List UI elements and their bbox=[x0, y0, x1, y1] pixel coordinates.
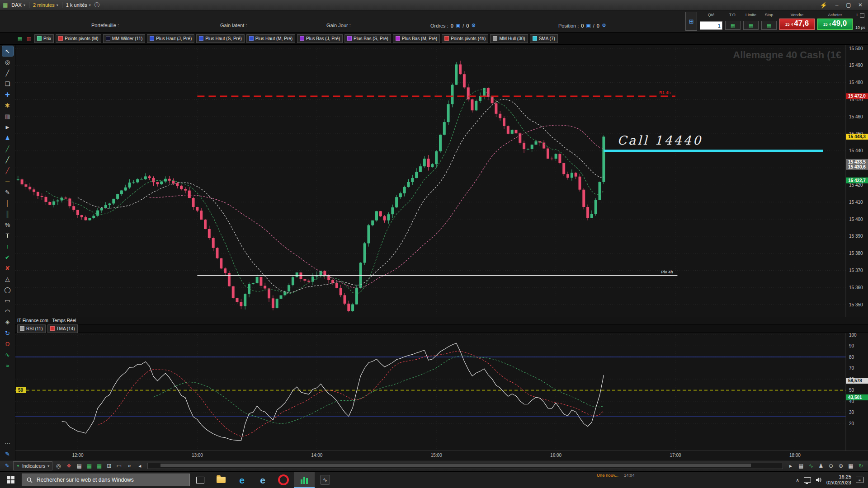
volume-icon[interactable] bbox=[816, 477, 822, 483]
legend-item[interactable]: Plus Haut (M, Pré) bbox=[246, 34, 295, 43]
rect-tool[interactable]: ▭ bbox=[2, 296, 13, 305]
taskbar-app-opera[interactable] bbox=[273, 472, 294, 488]
legend-item[interactable]: MM Hull (30) bbox=[490, 34, 528, 43]
printer-icon[interactable]: ▤ bbox=[797, 462, 806, 470]
info-icon[interactable]: ⓘ bbox=[94, 1, 100, 9]
time-axis[interactable]: 12:0013:0014:0015:0016:0017:0018:00 bbox=[15, 450, 868, 460]
network-icon[interactable] bbox=[804, 477, 811, 483]
position-list-icon[interactable]: ▣ bbox=[586, 23, 590, 28]
taskbar-app-browser2[interactable]: e bbox=[252, 472, 273, 488]
sell-button[interactable]: 15 4 47,6 bbox=[779, 19, 815, 30]
percent-tool[interactable]: % bbox=[2, 220, 13, 230]
maximize-button[interactable]: ▢ bbox=[843, 2, 854, 8]
refresh-icon[interactable]: ↻ bbox=[856, 462, 865, 470]
order-pointer-button[interactable]: ⊞ bbox=[685, 12, 697, 31]
window-icon[interactable]: ⊞ bbox=[104, 462, 113, 470]
task-view-button[interactable] bbox=[190, 472, 211, 488]
arc-tool[interactable]: ◠ bbox=[2, 306, 13, 316]
buy-button[interactable]: 15 4 49,0 bbox=[817, 19, 853, 30]
draw-mode-icon[interactable]: ✎ bbox=[3, 462, 12, 470]
tray-expand-icon[interactable]: ∧ bbox=[796, 478, 799, 483]
qty-input[interactable] bbox=[700, 21, 722, 30]
main-chart[interactable]: 15 35015 36015 37015 38015 39015 40015 4… bbox=[15, 45, 868, 317]
calendar-icon[interactable]: ▦ bbox=[846, 462, 855, 470]
taskbar-app-media-app[interactable]: ∿ bbox=[315, 472, 335, 488]
price-scale-icon[interactable]: ▥ bbox=[25, 35, 33, 42]
taskbar-app-trading-app[interactable] bbox=[294, 472, 315, 488]
position-settings-icon[interactable]: ⚙ bbox=[602, 23, 606, 28]
step-forward-icon[interactable]: ▸ bbox=[786, 462, 795, 470]
orders-list-icon[interactable]: ▣ bbox=[456, 23, 460, 28]
magnet-tool[interactable]: ✱ bbox=[2, 100, 13, 110]
close-x-tool[interactable]: ✘ bbox=[2, 263, 13, 273]
zoom-tool[interactable]: ◎ bbox=[2, 57, 13, 67]
annotate-pen-icon[interactable]: ✎ bbox=[2, 449, 13, 459]
legend-item[interactable]: RSI (11) bbox=[17, 324, 46, 333]
timeframe-selector[interactable]: 2 minutes ▾ bbox=[29, 0, 62, 10]
more-tools-icon[interactable]: ⋯ bbox=[2, 438, 13, 448]
candle-tool[interactable]: ║ bbox=[2, 209, 13, 219]
hline-tool[interactable]: ─ bbox=[2, 176, 13, 186]
zigzag-tool[interactable]: ∿ bbox=[2, 350, 13, 360]
arrow-up-tool[interactable]: ↑ bbox=[2, 241, 13, 251]
stop-button[interactable]: ▦ bbox=[761, 21, 777, 30]
legend-item[interactable]: Plus Haut (S, Pré) bbox=[196, 34, 245, 43]
chart-settings-icon[interactable]: ▦ bbox=[16, 35, 24, 42]
search-icon[interactable]: ◎ bbox=[54, 462, 63, 470]
rotate-tool[interactable]: ↻ bbox=[2, 328, 13, 338]
legend-item[interactable]: Plus Bas (M, Pré) bbox=[393, 34, 440, 43]
move-tool[interactable]: ✚ bbox=[2, 89, 13, 99]
pin-tool[interactable]: ♟ bbox=[2, 133, 13, 143]
text-tool[interactable]: T bbox=[2, 230, 13, 240]
wave-tool[interactable]: ≈ bbox=[2, 361, 13, 371]
share-icon[interactable]: ❖ bbox=[64, 462, 73, 470]
units-selector[interactable]: 1 k unités ▾ bbox=[62, 0, 94, 10]
check-tool[interactable]: ✔ bbox=[2, 252, 13, 262]
to-button[interactable]: ▦ bbox=[725, 21, 741, 30]
instrument-selector[interactable]: DAX ▾ bbox=[8, 0, 29, 10]
segment-tool[interactable]: ╱ bbox=[2, 155, 13, 164]
minimize-button[interactable]: – bbox=[831, 2, 843, 8]
legend-item[interactable]: MM Wilder (11) bbox=[103, 34, 146, 43]
legend-item[interactable]: Plus Haut (J, Pré) bbox=[147, 34, 194, 43]
taskbar-search[interactable]: Rechercher sur le web et dans Windows bbox=[22, 474, 190, 486]
link-checkbox[interactable] bbox=[860, 13, 864, 18]
vline-tool[interactable]: │ bbox=[2, 198, 13, 208]
grid-icon[interactable]: ▦ bbox=[85, 462, 94, 470]
triangle-tool[interactable]: △ bbox=[2, 274, 13, 284]
limit-button[interactable]: ▦ bbox=[743, 21, 759, 30]
legend-item[interactable]: Plus Bas (S, Pré) bbox=[344, 34, 391, 43]
legend-item[interactable]: Points pivots (4h) bbox=[442, 34, 488, 43]
taskbar-app-file-explorer[interactable] bbox=[211, 472, 231, 488]
omega-tool[interactable]: Ω bbox=[2, 339, 13, 349]
zoom-out-icon[interactable]: ⊖ bbox=[826, 462, 835, 470]
pen-tool[interactable]: ✎ bbox=[2, 187, 13, 197]
copy-tool[interactable]: ❏ bbox=[2, 79, 13, 89]
chart-scrollbar[interactable] bbox=[147, 463, 783, 469]
legend-item[interactable]: Plus Bas (J, Pré) bbox=[297, 34, 343, 43]
orders-settings-icon[interactable]: ⚙ bbox=[471, 23, 476, 28]
legend-item[interactable]: Prix bbox=[34, 34, 54, 43]
star-tool[interactable]: ✳ bbox=[2, 317, 13, 327]
step-back-icon[interactable]: ◂ bbox=[135, 462, 144, 470]
rsi-chart[interactable]: 100908070605040302058,57843,50150 bbox=[15, 333, 868, 450]
ellipse-tool[interactable]: ◯ bbox=[2, 285, 13, 295]
rewind-icon[interactable]: « bbox=[125, 462, 134, 470]
taskbar-clock[interactable]: 16:25 02/02/2023 bbox=[826, 474, 851, 486]
doc-icon[interactable]: ▤ bbox=[75, 462, 84, 470]
legend-item[interactable]: TMA (14) bbox=[47, 324, 78, 333]
notification-icon[interactable]: ≡ bbox=[856, 477, 863, 483]
start-button[interactable] bbox=[0, 472, 22, 488]
legend-item[interactable]: Points pivots (M) bbox=[56, 34, 101, 43]
chart-icon[interactable]: ∿ bbox=[807, 462, 816, 470]
pointer-tool[interactable]: ↖ bbox=[2, 46, 13, 56]
users-icon[interactable]: ♟ bbox=[816, 462, 826, 470]
frame-icon[interactable]: ▭ bbox=[114, 462, 123, 470]
zoom-in-icon[interactable]: ⊕ bbox=[836, 462, 845, 470]
legend-item[interactable]: SMA (7) bbox=[530, 34, 558, 43]
measure-tool[interactable]: ╱ bbox=[2, 68, 13, 78]
ray-tool[interactable]: ╱ bbox=[2, 165, 13, 175]
table-icon[interactable]: ▦ bbox=[94, 462, 104, 470]
trendline-tool[interactable]: ╱ bbox=[2, 144, 13, 154]
shapes-tool[interactable]: ► bbox=[2, 122, 13, 132]
